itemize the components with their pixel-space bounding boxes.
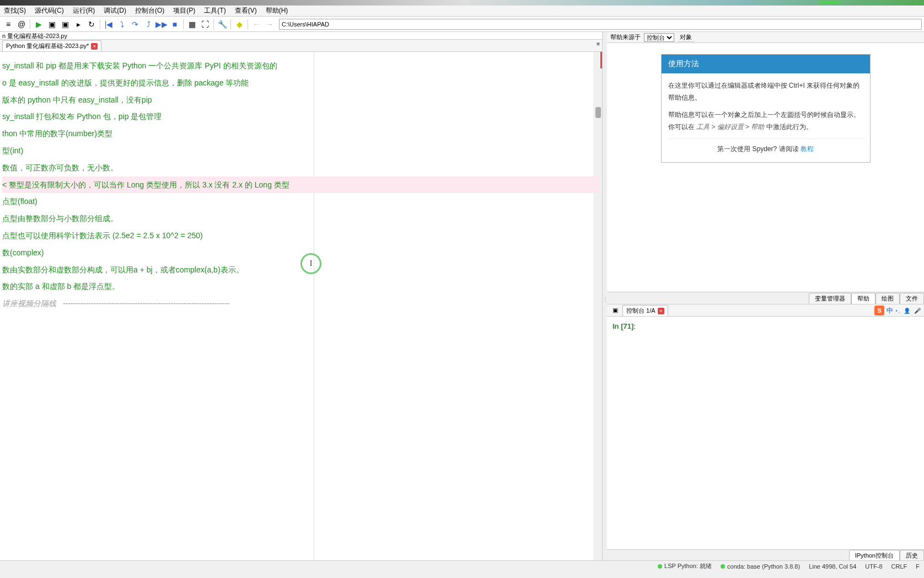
- tab-history[interactable]: 历史: [900, 550, 924, 560]
- ime-bar: S 中 •, 👤 🎤: [874, 306, 922, 315]
- tutorial-link[interactable]: 教程: [801, 145, 814, 153]
- code-line: 点型(float): [2, 193, 600, 210]
- menu-view[interactable]: 查看(V): [234, 6, 258, 15]
- splitter[interactable]: [603, 32, 607, 560]
- help-footer-text: 第一次使用 Spyder? 请阅读: [717, 145, 801, 153]
- status-rw: F: [916, 563, 920, 570]
- editor-tabs: Python 量化编程基础-2023.py* × ≡: [0, 40, 602, 52]
- debug-step-first-icon[interactable]: |◀: [103, 18, 115, 30]
- tab-plot[interactable]: 绘图: [875, 293, 900, 304]
- console-tabs: ▣ 控制台 1/A × S 中 •, 👤 🎤: [607, 304, 924, 317]
- console-tab[interactable]: 控制台 1/A ×: [622, 305, 668, 316]
- separator-line: 讲座视频分隔线 --------------------------------…: [2, 295, 600, 312]
- list-icon[interactable]: ≡: [2, 18, 14, 30]
- debug-stop-icon[interactable]: ■: [169, 18, 181, 30]
- menu-console[interactable]: 控制台(O): [134, 6, 165, 15]
- debug-continue-icon[interactable]: ▶▶: [155, 18, 168, 30]
- menubar: 查找(S) 源代码(C) 运行(R) 调试(D) 控制台(O) 项目(P) 工具…: [0, 6, 924, 17]
- layout-icon[interactable]: ▦: [186, 18, 198, 30]
- help-text-1: 在这里你可以通过在编辑器或者终端中按 Ctrl+I 来获得任何对象的帮助信息。: [668, 80, 863, 104]
- code-line: 点型也可以使用科学计数法表示 (2.5e2 = 2.5 x 10^2 = 250…: [2, 227, 600, 244]
- ime-options-icon[interactable]: •, 👤 🎤: [895, 308, 922, 314]
- nav-back-icon[interactable]: ←: [250, 18, 262, 30]
- status-encoding: UTF-8: [865, 563, 882, 570]
- statusbar: LSP Python: 就绪 conda: base (Python 3.8.8…: [0, 560, 924, 571]
- window-titlebar: [0, 0, 924, 6]
- run-selection-icon[interactable]: ▸: [72, 18, 84, 30]
- working-dir-input[interactable]: [279, 19, 922, 30]
- help-source-select[interactable]: 控制台: [644, 33, 674, 42]
- tab-variables[interactable]: 变量管理器: [809, 293, 851, 304]
- close-icon[interactable]: ×: [658, 308, 664, 314]
- help-card-title: 使用方法: [662, 55, 870, 73]
- code-line: 版本的 python 中只有 easy_install，没有pip: [2, 92, 600, 109]
- code-line: 数的实部 a 和虚部 b 都是浮点型。: [2, 278, 600, 295]
- menu-help[interactable]: 帮助(H): [265, 6, 289, 15]
- menu-find[interactable]: 查找(S): [3, 6, 27, 15]
- menu-source[interactable]: 源代码(C): [34, 6, 65, 15]
- debug-step-over-icon[interactable]: ↷: [129, 18, 141, 30]
- status-lsp: LSP Python: 就绪: [658, 562, 712, 570]
- menu-debug[interactable]: 调试(D): [103, 6, 127, 15]
- help-panel-tabs: 变量管理器 帮助 绘图 文件: [607, 292, 924, 304]
- menu-project[interactable]: 项目(P): [172, 6, 196, 15]
- menu-run[interactable]: 运行(R): [72, 6, 96, 15]
- run-icon[interactable]: ▶: [33, 18, 45, 30]
- code-line: sy_install 和 pip 都是用来下载安装 Python 一个公共资源库…: [2, 57, 600, 74]
- tab-help[interactable]: 帮助: [851, 293, 875, 304]
- run-cell-advance-icon[interactable]: ▣: [59, 18, 71, 30]
- cursor-highlight-icon: [300, 253, 321, 274]
- console-body[interactable]: In [71]:: [607, 317, 924, 549]
- code-line: 型(int): [2, 142, 600, 159]
- sogou-icon[interactable]: S: [874, 306, 884, 315]
- status-linecol: Line 4998, Col 54: [809, 563, 856, 570]
- python-icon[interactable]: ◆: [233, 18, 245, 30]
- code-line: o 是 easy_install 的改进版，提供更好的提示信息，删除 packa…: [2, 74, 600, 92]
- tab-files[interactable]: 文件: [900, 293, 924, 304]
- code-line: 数值，可正数亦可负数，无小数。: [2, 159, 600, 176]
- at-icon[interactable]: @: [15, 18, 28, 30]
- nav-forward-icon[interactable]: →: [264, 18, 276, 30]
- tab-label: Python 量化编程基础-2023.py*: [6, 42, 89, 50]
- tab-menu-icon[interactable]: ≡: [597, 41, 600, 47]
- help-object-label: 对象: [678, 33, 694, 42]
- menu-tools[interactable]: 工具(T): [203, 6, 227, 15]
- help-source-label: 帮助来源于: [610, 33, 641, 41]
- code-line: sy_install 打包和发布 Python 包，pip 是包管理: [2, 108, 600, 125]
- status-eol: CRLF: [891, 563, 907, 570]
- code-editor[interactable]: sy_install 和 pip 都是用来下载安装 Python 一个公共资源库…: [0, 52, 602, 560]
- console-menu-icon[interactable]: ▣: [609, 304, 621, 316]
- file-path-label: n 量化编程基础-2023.py: [0, 32, 602, 40]
- settings-icon[interactable]: 🔧: [216, 18, 228, 30]
- close-icon[interactable]: ×: [91, 43, 98, 50]
- status-conda[interactable]: conda: base (Python 3.8.8): [721, 563, 800, 570]
- help-text-2: 帮助信息可以在一个对象之后加上一个左圆括号的时候自动显示。 你可以在 工具 > …: [668, 109, 863, 133]
- run-cell-icon[interactable]: ▣: [46, 18, 58, 30]
- console-bottom-tabs: IPython控制台 历史: [607, 549, 924, 560]
- ime-mode[interactable]: 中: [887, 306, 893, 315]
- rerun-icon[interactable]: ↻: [85, 18, 98, 30]
- toolbar: ≡ @ ▶ ▣ ▣ ▸ ↻ |◀ ⤵ ↷ ⤴ ▶▶ ■ ▦ ⛶ 🔧 ◆ ← →: [0, 17, 924, 32]
- help-card: 使用方法 在这里你可以通过在编辑器或者终端中按 Ctrl+I 来获得任何对象的帮…: [661, 54, 871, 163]
- editor-tab[interactable]: Python 量化编程基础-2023.py* ×: [2, 40, 101, 51]
- code-line-active: < 整型是没有限制大小的，可以当作 Long 类型使用，所以 3.x 没有 2.…: [2, 176, 600, 194]
- code-line: 点型由整数部分与小数部分组成。: [2, 210, 600, 227]
- help-body: 使用方法 在这里你可以通过在编辑器或者终端中按 Ctrl+I 来获得任何对象的帮…: [607, 43, 924, 292]
- console-prompt: In [71]:: [613, 322, 918, 330]
- console-tab-label: 控制台 1/A: [626, 307, 656, 315]
- help-header: 帮助来源于 控制台 对象: [607, 32, 924, 43]
- debug-step-in-icon[interactable]: ⤵: [116, 18, 128, 30]
- tab-ipython[interactable]: IPython控制台: [849, 550, 900, 560]
- fullscreen-icon[interactable]: ⛶: [199, 18, 211, 30]
- debug-step-out-icon[interactable]: ⤴: [142, 18, 154, 30]
- code-line: thon 中常用的数字(number)类型: [2, 125, 600, 142]
